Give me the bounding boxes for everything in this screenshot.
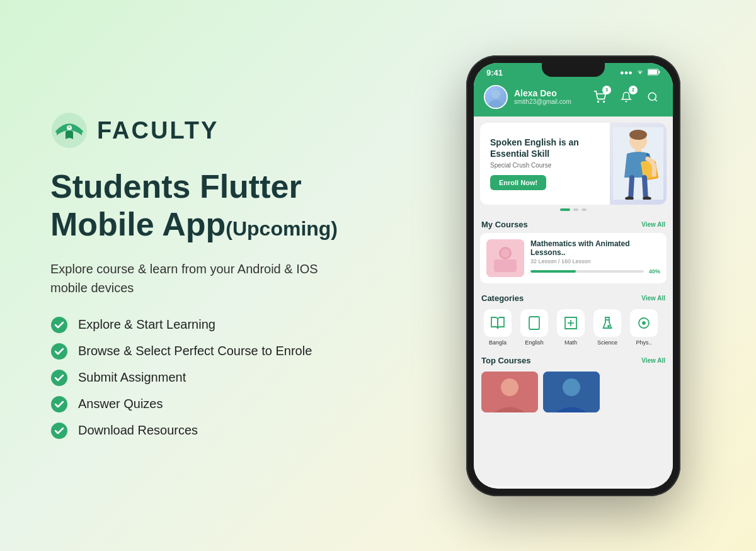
categories-view-all[interactable]: View All <box>641 295 665 302</box>
book-icon <box>490 315 505 331</box>
svg-rect-26 <box>494 259 517 272</box>
feature-text-5: Download Resources <box>78 423 198 438</box>
physics-icon-box <box>630 309 658 337</box>
status-icons: ●●● <box>620 69 660 77</box>
category-bangla[interactable]: Bangla <box>481 309 514 346</box>
svg-point-11 <box>491 89 500 98</box>
top-courses-row <box>474 369 673 415</box>
my-courses-header: My Courses View All <box>474 215 673 233</box>
top-course-img-1 <box>481 372 538 412</box>
dot-2 <box>573 208 578 211</box>
english-icon-box <box>520 309 548 337</box>
app-header: Alexa Deo smith23@gmail.com 3 <box>474 80 673 116</box>
svg-point-13 <box>604 101 605 102</box>
svg-point-12 <box>598 101 599 102</box>
svg-point-3 <box>51 343 67 360</box>
status-time: 9:41 <box>486 68 503 77</box>
svg-rect-27 <box>529 317 539 329</box>
svg-point-34 <box>643 322 645 324</box>
categories-title: Categories <box>481 293 524 303</box>
title-line2: Mobile App <box>50 206 226 242</box>
top-courses-view-all[interactable]: View All <box>641 357 665 364</box>
feature-item-3: Submit Assignment <box>50 369 353 387</box>
progress-row: 40% <box>530 268 660 275</box>
header-icons: 3 2 <box>590 87 663 107</box>
top-courses-header: Top Courses View All <box>474 351 673 369</box>
search-button[interactable] <box>643 87 663 107</box>
category-english[interactable]: English <box>518 309 551 346</box>
svg-point-25 <box>501 249 510 258</box>
top-course-img-2 <box>543 372 600 412</box>
feature-item-1: Explore & Start Learning <box>50 316 353 334</box>
features-list: Explore & Start Learning Browse & Select… <box>50 316 353 440</box>
user-name: Alexa Deo <box>514 88 571 98</box>
course-thumbnail <box>486 239 524 277</box>
top-course-2[interactable] <box>543 372 600 412</box>
progress-bar <box>530 270 644 273</box>
svg-point-10 <box>488 99 503 109</box>
carousel-dots <box>474 205 673 215</box>
logo-row: FACULTY <box>50 111 353 149</box>
category-math[interactable]: Math <box>554 309 587 346</box>
top-course-1[interactable] <box>481 372 538 412</box>
progress-percent: 40% <box>649 268 660 275</box>
feature-text-1: Explore & Start Learning <box>78 317 215 332</box>
category-science[interactable]: Science <box>591 309 624 346</box>
enroll-button[interactable]: Enroll Now! <box>490 175 546 190</box>
math-icon <box>563 315 578 331</box>
phone-notch <box>542 63 605 77</box>
title-line1: Students Flutter <box>50 168 302 205</box>
check-icon-1 <box>50 316 68 334</box>
my-courses-title: My Courses <box>481 220 528 229</box>
dot-3 <box>581 208 587 211</box>
feature-text-2: Browse & Select Perfect Course to Enrole <box>78 344 312 358</box>
faculty-logo-icon <box>50 111 88 149</box>
science-icon-box <box>593 309 621 337</box>
svg-point-32 <box>608 326 609 327</box>
left-panel: FACULTY Students Flutter Mobile App(Upco… <box>0 74 391 477</box>
main-title: Students Flutter Mobile App(Upcoming) <box>50 168 353 244</box>
categories-header: Categories View All <box>474 288 673 307</box>
phone-wrapper: 9:41 ●●● <box>466 55 680 496</box>
svg-point-4 <box>51 370 67 386</box>
physics-label: Phys.. <box>636 339 651 346</box>
math-label: Math <box>564 339 577 346</box>
course-info: Mathematics with Animated Lessons.. 32 L… <box>530 239 660 277</box>
hero-subtitle: Explore course & learn from your Android… <box>50 259 353 297</box>
svg-rect-9 <box>648 70 657 74</box>
my-courses-view-all[interactable]: View All <box>641 221 665 228</box>
math-icon-box <box>557 309 585 337</box>
categories-row: Bangla English <box>474 307 673 351</box>
course-2-image <box>543 372 600 412</box>
check-icon-5 <box>50 422 68 440</box>
bangla-icon-box <box>484 309 512 337</box>
notif-badge: 2 <box>629 86 638 94</box>
notification-button[interactable]: 2 <box>616 87 636 107</box>
top-courses-title: Top Courses <box>481 356 531 365</box>
category-physics[interactable]: Phys.. <box>627 309 660 346</box>
course-lessons: 32 Lesson / 160 Lesson <box>530 258 660 264</box>
banner-text: Spoken English is an Essential Skill Spe… <box>480 128 610 199</box>
right-panel: 9:41 ●●● <box>391 0 756 551</box>
user-details: Alexa Deo smith23@gmail.com <box>514 88 571 105</box>
svg-point-5 <box>51 396 67 412</box>
english-label: English <box>525 339 544 346</box>
course-thumb-image <box>486 239 524 277</box>
user-email: smith23@gmail.com <box>514 98 571 105</box>
svg-point-2 <box>51 317 67 333</box>
banner-image <box>610 123 667 205</box>
user-info: Alexa Deo smith23@gmail.com <box>484 85 571 109</box>
svg-point-38 <box>563 378 580 396</box>
battery-icon <box>648 69 660 77</box>
svg-point-14 <box>648 93 656 100</box>
bangla-label: Bangla <box>489 339 507 346</box>
feature-text-4: Answer Quizes <box>78 397 163 411</box>
check-icon-3 <box>50 369 68 387</box>
cart-button[interactable]: 3 <box>590 87 610 107</box>
progress-fill <box>530 270 576 273</box>
signal-icon: ●●● <box>620 69 633 76</box>
phone-screen: 9:41 ●●● <box>474 63 673 489</box>
course-1-image <box>481 372 538 412</box>
physics-icon <box>636 315 651 331</box>
course-card: Mathematics with Animated Lessons.. 32 L… <box>480 233 667 283</box>
